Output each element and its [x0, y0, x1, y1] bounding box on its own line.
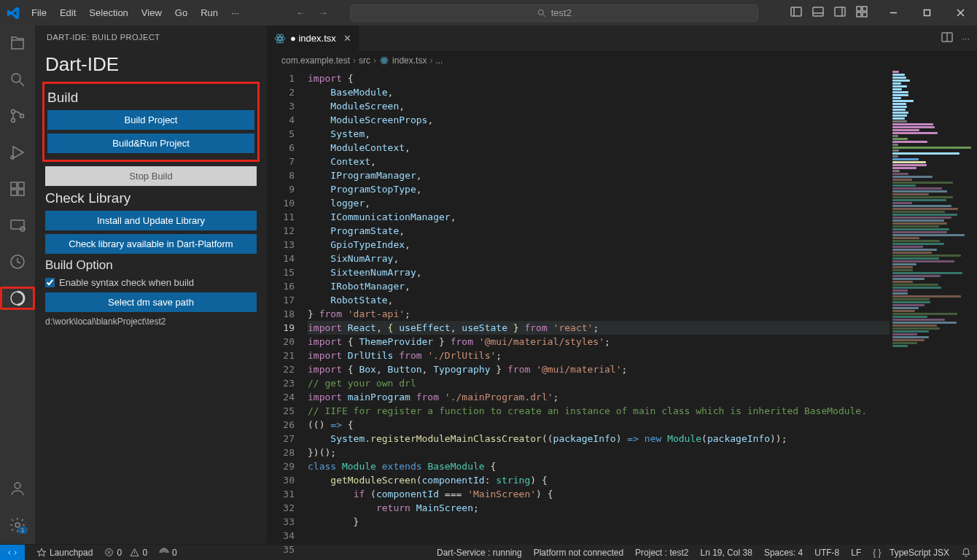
ports-status[interactable]: 0: [153, 548, 183, 558]
check-library-available-button[interactable]: Check library available in Dart-Platform: [45, 234, 257, 254]
stop-build-button[interactable]: Stop Build: [45, 166, 257, 186]
svg-rect-25: [18, 190, 24, 195]
svg-line-17: [20, 82, 24, 86]
svg-rect-2: [791, 7, 801, 16]
dart-ide-icon[interactable]: [0, 287, 35, 310]
cursor-position[interactable]: Ln 19, Col 38: [694, 548, 758, 558]
build-section-highlight: Build Build Project Build&Run Project: [42, 82, 260, 162]
svg-rect-4: [813, 7, 823, 16]
nav-forward-icon[interactable]: →: [319, 7, 328, 18]
problems-status[interactable]: 0 0: [98, 548, 153, 558]
run-debug-icon[interactable]: [0, 141, 35, 164]
statusbar: Launchpad 0 0 0 Dart-Service : running P…: [0, 544, 977, 560]
editor-actions: ···: [934, 26, 977, 51]
activity-bar: 1: [0, 26, 35, 544]
build-run-project-button[interactable]: Build&Run Project: [47, 133, 254, 153]
more-actions-icon[interactable]: ···: [962, 33, 970, 44]
svg-point-20: [20, 114, 24, 118]
save-path-text: d:\work\local\blankProject\test2: [45, 316, 257, 327]
editor-area: ● index.tsx ✕ ··· com.example.test› src›…: [267, 26, 977, 544]
sidebar-header: DART-IDE: BUILD PROJECT: [35, 26, 267, 46]
syntax-check-checkbox[interactable]: [45, 278, 55, 287]
install-update-library-button[interactable]: Install and Update Library: [45, 211, 257, 230]
timeline-icon[interactable]: [0, 250, 35, 273]
check-library-heading: Check Library: [45, 190, 257, 206]
svg-rect-13: [924, 10, 930, 16]
menu-view[interactable]: View: [136, 3, 168, 23]
svg-rect-10: [857, 12, 861, 17]
svg-point-16: [12, 74, 20, 82]
syntax-check-option[interactable]: Enable syntax check when build: [45, 277, 257, 288]
minimap[interactable]: [890, 70, 977, 544]
minimize-button[interactable]: [876, 0, 910, 26]
search-text: test2: [551, 7, 572, 18]
menu-bar: File Edit Selection View Go Run ···: [26, 3, 245, 23]
svg-point-19: [12, 119, 15, 122]
menu-selection[interactable]: Selection: [83, 3, 133, 23]
scm-icon[interactable]: [0, 104, 35, 128]
code-content[interactable]: import { BaseModule, ModuleScreen, Modul…: [308, 70, 890, 544]
tab-label: ● index.tsx: [290, 33, 336, 44]
panel-title: Dart-IDE: [45, 53, 257, 76]
tab-index-tsx[interactable]: ● index.tsx ✕: [267, 26, 359, 51]
svg-rect-9: [863, 7, 867, 11]
svg-point-0: [538, 9, 543, 15]
build-option-heading: Build Option: [45, 258, 257, 273]
nav-arrows: ← →: [296, 7, 328, 18]
svg-point-30: [15, 483, 20, 489]
menu-edit[interactable]: Edit: [54, 3, 82, 23]
remote-indicator[interactable]: [0, 545, 25, 561]
extensions-icon[interactable]: [0, 177, 35, 201]
svg-rect-6: [835, 7, 845, 16]
svg-rect-24: [11, 190, 17, 195]
toggle-secondary-sidebar-icon[interactable]: [834, 6, 846, 20]
toggle-primary-sidebar-icon[interactable]: [790, 6, 802, 20]
platform-status[interactable]: Platform not connected: [528, 548, 629, 558]
menu-file[interactable]: File: [26, 3, 52, 23]
maximize-button[interactable]: [910, 0, 943, 26]
svg-rect-26: [11, 220, 24, 229]
svg-point-21: [11, 156, 14, 159]
tab-close-icon[interactable]: ✕: [343, 33, 351, 44]
svg-rect-23: [18, 182, 24, 188]
svg-rect-11: [863, 12, 867, 17]
build-project-button[interactable]: Build Project: [47, 110, 254, 130]
command-center[interactable]: test2: [350, 4, 758, 22]
breadcrumb[interactable]: com.example.test› src› index.tsx› ...: [267, 51, 977, 70]
eol-status[interactable]: LF: [845, 548, 867, 558]
svg-point-32: [279, 37, 281, 40]
dart-service-status[interactable]: Dart-Service : running: [431, 548, 528, 558]
remote-explorer-icon[interactable]: [0, 214, 35, 237]
window-controls: [876, 0, 977, 26]
language-status[interactable]: { } TypeScript JSX: [867, 548, 955, 558]
encoding-status[interactable]: UTF-8: [809, 548, 845, 558]
svg-rect-8: [857, 7, 861, 11]
toggle-panel-icon[interactable]: [812, 6, 824, 20]
settings-icon[interactable]: 1: [0, 513, 35, 537]
svg-rect-22: [11, 182, 17, 188]
explorer-icon[interactable]: [0, 31, 35, 55]
menu-go[interactable]: Go: [169, 3, 193, 23]
search-icon[interactable]: [0, 68, 35, 91]
build-heading: Build: [47, 90, 254, 106]
layout-controls: [790, 6, 868, 20]
customize-layout-icon[interactable]: [856, 6, 868, 20]
svg-point-18: [12, 110, 15, 114]
menu-run[interactable]: Run: [195, 3, 224, 23]
close-button[interactable]: [943, 0, 977, 26]
sidebar: DART-IDE: BUILD PROJECT Dart-IDE Build B…: [35, 26, 267, 544]
select-dm-save-path-button[interactable]: Select dm save path: [45, 292, 257, 312]
nav-back-icon[interactable]: ←: [296, 7, 305, 18]
editor-tabs: ● index.tsx ✕ ···: [267, 26, 977, 51]
split-editor-icon[interactable]: [941, 31, 953, 45]
account-icon[interactable]: [0, 477, 35, 500]
launchpad-status[interactable]: Launchpad: [31, 548, 98, 558]
notifications-icon[interactable]: [955, 548, 977, 558]
vscode-logo-icon: [0, 7, 26, 20]
syntax-check-label: Enable syntax check when build: [59, 277, 194, 288]
menu-more[interactable]: ···: [225, 3, 245, 23]
line-gutter: 1234567891011121314151617181920212223242…: [267, 70, 308, 544]
code-editor[interactable]: 1234567891011121314151617181920212223242…: [267, 70, 977, 544]
project-status[interactable]: Project : test2: [629, 548, 694, 558]
indentation-status[interactable]: Spaces: 4: [758, 548, 809, 558]
